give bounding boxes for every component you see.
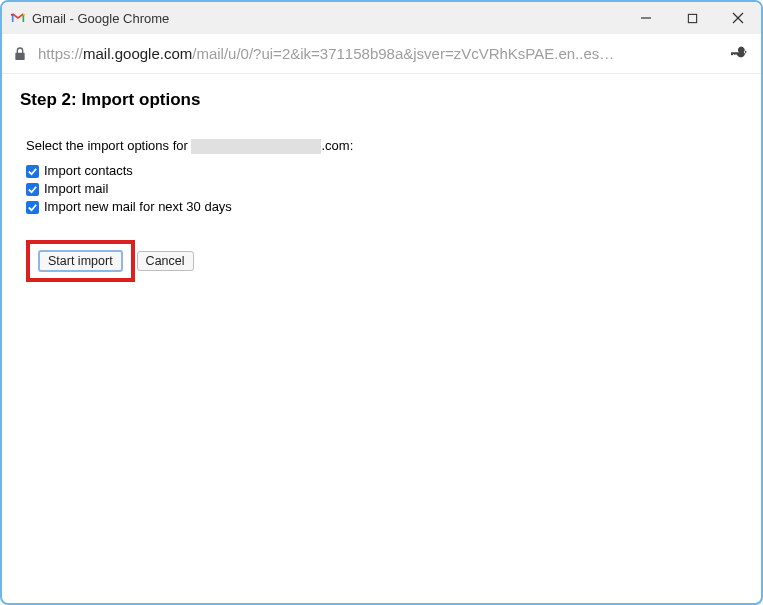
start-import-button[interactable]: Start import bbox=[38, 250, 123, 272]
select-prefix: Select the import options for bbox=[26, 138, 191, 153]
select-options-line: Select the import options for .com: bbox=[26, 138, 743, 154]
maximize-button[interactable] bbox=[669, 2, 715, 34]
url-scheme: https:// bbox=[38, 45, 83, 62]
option-import-mail: Import mail bbox=[26, 180, 743, 198]
select-suffix: .com: bbox=[321, 138, 353, 153]
address-bar: https://mail.google.com/mail/u/0/?ui=2&i… bbox=[2, 34, 761, 74]
checkbox-import-mail[interactable] bbox=[26, 183, 39, 196]
highlight-box: Start import bbox=[26, 240, 135, 282]
chrome-window: Gmail - Google Chrome https://mail.googl… bbox=[0, 0, 763, 605]
lock-icon bbox=[12, 46, 28, 62]
redacted-email bbox=[191, 139, 321, 154]
option-label: Import contacts bbox=[44, 162, 133, 180]
cancel-button[interactable]: Cancel bbox=[137, 251, 194, 271]
titlebar: Gmail - Google Chrome bbox=[2, 2, 761, 34]
option-label: Import mail bbox=[44, 180, 108, 198]
key-icon[interactable] bbox=[731, 42, 751, 66]
window-controls bbox=[623, 2, 761, 34]
url-display[interactable]: https://mail.google.com/mail/u/0/?ui=2&i… bbox=[38, 45, 723, 62]
checkbox-import-contacts[interactable] bbox=[26, 165, 39, 178]
svg-rect-1 bbox=[688, 14, 696, 22]
options-list: Import contacts Import mail Import new m… bbox=[26, 162, 743, 216]
option-import-contacts: Import contacts bbox=[26, 162, 743, 180]
buttons-row: Start import Cancel bbox=[26, 240, 743, 282]
page-content: Step 2: Import options Select the import… bbox=[2, 74, 761, 603]
checkbox-import-new-mail[interactable] bbox=[26, 201, 39, 214]
url-host: mail.google.com bbox=[83, 45, 192, 62]
window-title: Gmail - Google Chrome bbox=[32, 11, 169, 26]
url-path: /mail/u/0/?ui=2&ik=371158b98a&jsver=zVcV… bbox=[192, 45, 614, 62]
option-import-new-mail: Import new mail for next 30 days bbox=[26, 198, 743, 216]
page-title: Step 2: Import options bbox=[20, 90, 743, 110]
minimize-button[interactable] bbox=[623, 2, 669, 34]
close-button[interactable] bbox=[715, 2, 761, 34]
option-label: Import new mail for next 30 days bbox=[44, 198, 232, 216]
gmail-icon bbox=[10, 10, 26, 26]
